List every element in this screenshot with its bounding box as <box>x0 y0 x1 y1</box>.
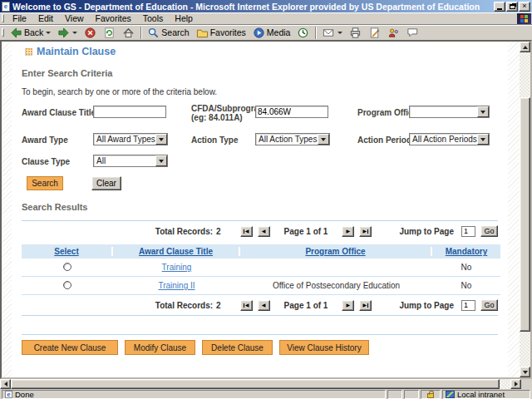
first-page-button[interactable]: ◀ <box>240 226 253 237</box>
page-indicator: Page 1 of 1 <box>284 227 328 236</box>
chevron-down-icon[interactable] <box>155 134 167 145</box>
total-records-label: Total Records: <box>155 301 213 310</box>
previous-page-button[interactable]: ◀ <box>258 300 270 311</box>
action-period-select[interactable]: All Action Periods <box>409 133 490 145</box>
next-page-button[interactable]: ▶ <box>342 226 354 237</box>
media-button[interactable]: Media <box>249 26 294 40</box>
favorites-button[interactable]: Favorites <box>193 26 249 40</box>
header-mandatory[interactable]: Mandatory <box>432 247 500 256</box>
scroll-right-button[interactable] <box>510 379 521 389</box>
discuss-button[interactable] <box>403 26 422 40</box>
close-button[interactable]: × <box>519 2 530 12</box>
search-button[interactable]: Search <box>27 176 63 190</box>
header-program-office[interactable]: Program Office <box>240 247 432 256</box>
mail-dropdown-icon[interactable] <box>337 32 342 34</box>
next-page-icon: ▶ <box>347 303 351 308</box>
lock-icon <box>427 393 434 398</box>
menu-file[interactable]: File <box>7 12 32 24</box>
chevron-down-icon[interactable] <box>318 134 329 145</box>
menu-help[interactable]: Help <box>169 12 199 24</box>
messenger-button[interactable] <box>384 26 403 40</box>
last-page-button[interactable]: ▶ <box>359 226 372 237</box>
scroll-down-button[interactable] <box>520 367 530 377</box>
scroll-left-button[interactable] <box>0 379 11 389</box>
program-office-cell: Office of Postsecondary Education <box>240 281 432 290</box>
refresh-button[interactable] <box>100 26 119 40</box>
horizontal-scroll-thumb[interactable] <box>11 379 500 389</box>
vertical-scroll-track[interactable] <box>520 52 530 367</box>
page-title: Maintain Clause <box>37 46 116 57</box>
program-office-select[interactable] <box>409 106 490 118</box>
edit-button[interactable] <box>365 26 384 40</box>
clause-type-select[interactable]: All <box>93 155 168 167</box>
status-bar: e Done Local intranet <box>0 389 532 399</box>
menu-favorites[interactable]: Favorites <box>90 12 137 24</box>
chevron-down-icon[interactable] <box>477 134 489 145</box>
forward-button[interactable] <box>54 26 81 40</box>
previous-page-icon: ◀ <box>262 303 266 308</box>
history-button[interactable] <box>293 26 313 40</box>
previous-page-button[interactable]: ◀ <box>258 226 270 237</box>
zone-pane: Local intranet <box>442 390 530 399</box>
arrow-right-icon <box>515 382 518 387</box>
chevron-down-icon[interactable] <box>477 106 489 117</box>
print-icon <box>349 27 362 39</box>
search-button-toolbar[interactable]: Search <box>144 26 192 40</box>
first-page-button[interactable]: ◀ <box>240 300 253 311</box>
page-viewport: Maintain Clause Enter Search Criteria To… <box>0 40 532 379</box>
award-clause-title-input[interactable] <box>93 106 166 118</box>
horizontal-scrollbar[interactable] <box>0 379 532 389</box>
print-button[interactable] <box>346 26 365 40</box>
last-page-button[interactable]: ▶ <box>359 300 372 311</box>
go-button[interactable]: Go <box>480 299 498 311</box>
home-icon <box>122 27 135 39</box>
menu-edit[interactable]: Edit <box>32 12 59 24</box>
refresh-icon <box>103 27 116 39</box>
delete-clause-button[interactable]: Delete Clause <box>202 340 273 355</box>
minimize-button[interactable] <box>494 2 505 12</box>
jump-to-page-input[interactable] <box>461 300 475 311</box>
cfda-subprogram-input[interactable] <box>255 106 328 118</box>
mail-button[interactable] <box>318 26 346 40</box>
vertical-scroll-thumb[interactable] <box>520 97 530 332</box>
clause-link[interactable]: Training II <box>158 281 195 290</box>
view-clause-history-button[interactable]: View Clause History <box>279 340 369 355</box>
horizontal-scroll-track[interactable] <box>500 379 510 389</box>
results-table-header: Select Award Clause Title Program Office… <box>22 244 500 259</box>
first-page-icon: ◀ <box>245 303 249 308</box>
modify-clause-button[interactable]: Modify Clause <box>125 340 195 355</box>
clear-button[interactable]: Clear <box>91 176 121 190</box>
home-button[interactable] <box>119 26 138 40</box>
row-select-radio[interactable] <box>63 281 71 289</box>
vertical-scrollbar[interactable] <box>520 42 530 377</box>
history-icon <box>297 27 309 39</box>
scroll-up-button[interactable] <box>520 42 530 52</box>
header-award-clause-title[interactable]: Award Clause Title <box>113 247 240 256</box>
jump-to-page-label: Jump to Page <box>399 227 454 236</box>
menu-grip[interactable] <box>2 14 4 22</box>
award-type-select[interactable]: All Award Types <box>93 133 168 145</box>
toolbar-grip[interactable] <box>2 28 4 37</box>
clause-link[interactable]: Training <box>162 263 192 272</box>
restore-button[interactable] <box>506 2 518 12</box>
create-new-clause-button[interactable]: Create New Clause <box>22 340 118 355</box>
results-table: Select Award Clause Title Program Office… <box>22 244 500 295</box>
mandatory-cell: No <box>432 263 500 272</box>
forward-dropdown-icon[interactable] <box>72 32 77 34</box>
back-dropdown-icon[interactable] <box>46 32 51 34</box>
menu-tools[interactable]: Tools <box>137 12 170 24</box>
media-icon <box>253 27 265 39</box>
menu-view[interactable]: View <box>59 12 90 24</box>
back-button[interactable]: Back <box>7 26 54 40</box>
stop-icon <box>84 27 96 39</box>
chevron-down-icon[interactable] <box>155 155 167 166</box>
action-type-select[interactable]: All Action Types <box>255 133 330 145</box>
row-select-radio[interactable] <box>63 263 71 271</box>
award-clause-title-label: Award Clause Title <box>22 108 96 117</box>
title-bar: e Welcome to GS - Department of Educatio… <box>0 0 532 12</box>
go-button[interactable]: Go <box>480 225 498 237</box>
jump-to-page-input[interactable] <box>461 226 475 237</box>
header-select[interactable]: Select <box>22 247 113 256</box>
next-page-button[interactable]: ▶ <box>342 300 354 311</box>
stop-button[interactable] <box>81 26 100 40</box>
